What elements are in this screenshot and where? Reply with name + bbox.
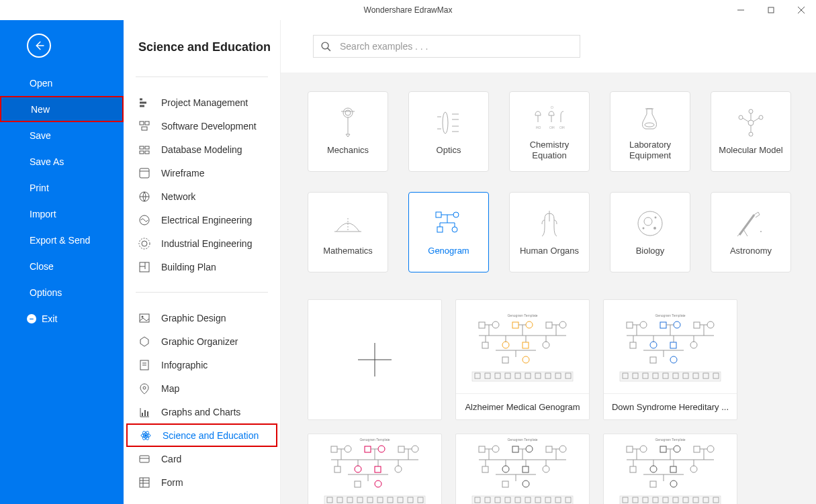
main-scroll[interactable]: MechanicsOpticsChemistry EquationLaborat… xyxy=(281,72,816,504)
file-menu-export-send[interactable]: Export & Send xyxy=(0,227,124,253)
file-menu-label: Options xyxy=(30,287,62,298)
divider xyxy=(136,77,268,77)
category-science-and-education[interactable]: Science and Education xyxy=(126,423,277,447)
svg-point-160 xyxy=(707,446,714,452)
arrow-left-icon xyxy=(33,40,45,52)
category-map[interactable]: Map xyxy=(124,376,280,400)
file-menu-print[interactable]: Print xyxy=(0,174,124,201)
example-card[interactable]: Genogram Template xyxy=(308,434,442,504)
svg-point-86 xyxy=(412,446,418,452)
category-graphic-organizer[interactable]: Graphic Organizer xyxy=(124,330,280,353)
molecule-icon xyxy=(734,107,768,138)
divider xyxy=(136,292,268,293)
template-genogram[interactable]: Genogram xyxy=(408,192,489,272)
category-network[interactable]: Network xyxy=(124,185,280,208)
maximize-button[interactable] xyxy=(756,0,786,20)
file-menu-options[interactable]: Options xyxy=(0,279,124,305)
template-label: Chemistry Equation xyxy=(510,140,589,160)
wave-icon xyxy=(138,214,150,226)
svg-point-156 xyxy=(640,446,647,452)
svg-line-5 xyxy=(328,48,330,50)
svg-point-27 xyxy=(543,342,549,348)
back-button[interactable] xyxy=(27,34,51,58)
svg-point-142 xyxy=(523,481,529,487)
category-label: Infographic xyxy=(161,360,208,370)
example-blank[interactable] xyxy=(308,299,442,420)
file-menu-new[interactable]: New xyxy=(0,96,124,122)
close-button[interactable] xyxy=(786,0,816,20)
file-menu-exit[interactable]: −Exit xyxy=(0,305,124,332)
svg-point-99 xyxy=(355,466,361,472)
category-label: Graphic Design xyxy=(161,313,226,323)
template-laboratory-equipment[interactable]: Laboratory Equipment xyxy=(610,91,690,172)
category-header: Science and Education xyxy=(124,20,280,65)
example-card[interactable]: Genogram Template xyxy=(603,434,737,504)
category-industrial-engineering[interactable]: Industrial Engineering xyxy=(124,232,280,255)
template-biology[interactable]: Biology xyxy=(610,192,690,272)
svg-rect-46 xyxy=(660,322,666,328)
svg-point-123 xyxy=(559,446,566,452)
svg-rect-63 xyxy=(670,342,676,348)
svg-rect-30 xyxy=(502,357,508,363)
category-wireframe[interactable]: Wireframe xyxy=(124,161,280,185)
category-label: Science and Education xyxy=(163,430,259,441)
category-electrical-engineering[interactable]: Electrical Engineering xyxy=(124,208,280,232)
plan-icon xyxy=(138,261,150,273)
category-database-modeling[interactable]: Database Modeling xyxy=(124,138,280,161)
template-chemistry-equation[interactable]: Chemistry Equation xyxy=(509,91,590,172)
category-project-management[interactable]: Project Management xyxy=(124,91,280,114)
template-label: Genogram xyxy=(424,246,473,256)
category-infographic[interactable]: Infographic xyxy=(124,353,280,376)
example-thumb: Genogram Template xyxy=(604,434,737,504)
svg-rect-118 xyxy=(479,446,485,452)
example-card[interactable]: Genogram Template Alzheimer Medical Geno… xyxy=(455,299,590,420)
svg-point-8 xyxy=(492,321,499,328)
svg-point-64 xyxy=(690,342,697,348)
template-label: Mathematics xyxy=(319,246,377,256)
category-card[interactable]: Card xyxy=(124,447,280,470)
example-card[interactable]: Genogram Template Down Syndrome Heredita… xyxy=(603,299,737,420)
svg-rect-155 xyxy=(627,446,633,452)
template-grid: MechanicsOpticsChemistry EquationLaborat… xyxy=(308,91,816,272)
svg-rect-85 xyxy=(398,446,404,452)
file-menu-save[interactable]: Save xyxy=(0,122,124,148)
search-row xyxy=(281,20,816,72)
file-menu-close[interactable]: Close xyxy=(0,253,124,279)
template-human-organs[interactable]: Human Organs xyxy=(509,192,590,272)
search-input[interactable] xyxy=(340,41,573,52)
category-list[interactable]: Analysis CanvasProject ManagementSoftwar… xyxy=(124,65,280,504)
category-label: Electrical Engineering xyxy=(161,215,252,225)
template-astronomy[interactable]: Astronomy xyxy=(711,192,791,272)
math-icon xyxy=(331,208,365,239)
template-molecular-model[interactable]: Molecular Model xyxy=(711,91,791,172)
template-mechanics[interactable]: Mechanics xyxy=(308,91,388,172)
category-building-plan[interactable]: Building Plan xyxy=(124,255,280,279)
svg-point-82 xyxy=(345,446,351,452)
category-label: Graphic Organizer xyxy=(161,336,238,347)
template-label: Biology xyxy=(632,246,669,256)
search-box[interactable] xyxy=(313,35,580,58)
file-menu-import[interactable]: Import xyxy=(0,201,124,227)
category-software-development[interactable]: Software Development xyxy=(124,114,280,138)
category-graphs-and-charts[interactable]: Graphs and Charts xyxy=(124,400,280,423)
file-sidebar: OpenNewSaveSave AsPrintImportExport & Se… xyxy=(0,20,124,504)
svg-rect-61 xyxy=(630,342,636,348)
template-optics[interactable]: Optics xyxy=(408,91,489,172)
category-form[interactable]: Form xyxy=(124,470,280,494)
example-card[interactable]: Genogram Template xyxy=(455,434,590,504)
template-mathematics[interactable]: Mathematics xyxy=(308,192,388,272)
svg-point-25 xyxy=(502,342,509,348)
minimize-button[interactable] xyxy=(725,0,756,20)
template-label: Human Organs xyxy=(516,246,583,256)
file-menu-open[interactable]: Open xyxy=(0,70,124,96)
svg-point-10 xyxy=(526,321,533,328)
category-graphic-design[interactable]: Graphic Design xyxy=(124,306,280,330)
svg-point-68 xyxy=(670,356,677,363)
svg-point-84 xyxy=(378,446,385,452)
biology-icon xyxy=(633,208,667,239)
svg-rect-120 xyxy=(512,446,518,452)
file-menu-label: Save As xyxy=(30,156,64,167)
titlebar: Wondershare EdrawMax xyxy=(0,0,816,20)
file-menu-save-as[interactable]: Save As xyxy=(0,148,124,174)
examples-grid: Genogram Template Alzheimer Medical Geno… xyxy=(308,299,816,504)
